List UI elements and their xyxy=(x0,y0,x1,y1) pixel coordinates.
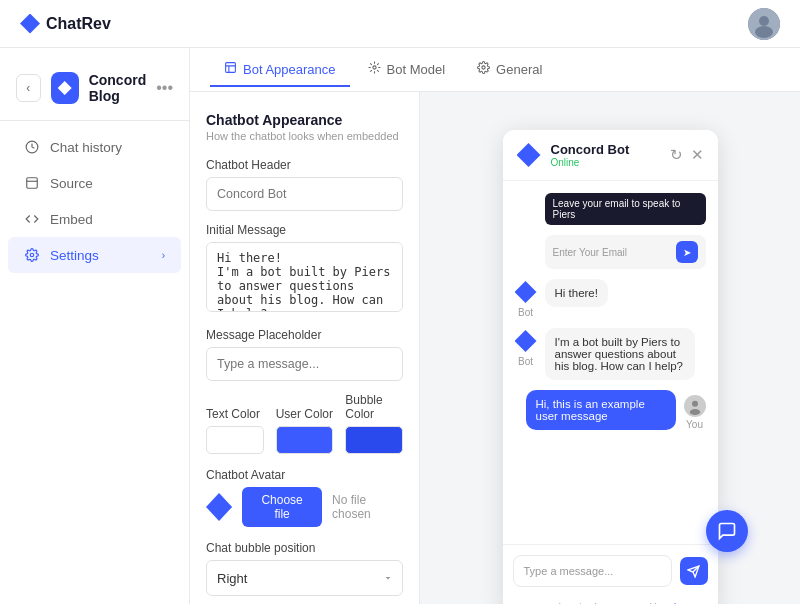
color-row: Text Color User Color Bubble Color xyxy=(206,393,403,454)
bot-message-icon-1 xyxy=(515,281,537,303)
chat-input-placeholder: Type a message... xyxy=(524,565,614,577)
bot-name: Concord Blog xyxy=(89,72,147,104)
svg-point-8 xyxy=(372,66,375,69)
bot-message-icon-2 xyxy=(515,330,537,352)
avatar-diamond-icon xyxy=(206,493,232,521)
sidebar-item-embed[interactable]: Embed xyxy=(8,201,181,237)
close-icon[interactable]: ✕ xyxy=(691,146,704,164)
user-color-label: User Color xyxy=(276,407,334,421)
svg-point-11 xyxy=(689,409,700,415)
bubble-color-swatch[interactable] xyxy=(345,426,403,454)
embed-icon xyxy=(24,211,40,227)
sidebar-item-chat-history-label: Chat history xyxy=(50,140,122,155)
app-logo: ChatRev xyxy=(20,14,111,34)
sidebar-item-embed-label: Embed xyxy=(50,212,93,227)
source-icon xyxy=(24,175,40,191)
refresh-icon[interactable]: ↻ xyxy=(670,146,683,164)
back-button[interactable]: ‹ xyxy=(16,74,41,102)
sidebar-header: ‹ Concord Blog ••• xyxy=(0,64,189,121)
chat-bubble-position-select[interactable]: Right Left xyxy=(206,560,403,596)
email-input-fake: Enter Your Email xyxy=(553,247,670,258)
message-bubble-user: Hi, this is an example user message xyxy=(526,390,676,430)
message-bubble-1: Hi there! xyxy=(545,279,608,307)
user-color-swatch[interactable] xyxy=(276,426,334,454)
tab-bot-appearance-label: Bot Appearance xyxy=(243,62,336,77)
email-tooltip: Leave your email to speak to Piers xyxy=(545,193,706,225)
svg-rect-7 xyxy=(226,63,236,73)
settings-arrow-icon: › xyxy=(162,250,165,261)
choose-file-button[interactable]: Choose file xyxy=(242,487,322,527)
you-label: You xyxy=(686,419,703,430)
top-nav: ChatRev xyxy=(0,0,800,48)
settings-icon xyxy=(24,247,40,263)
preview-bot-name: Concord Bot xyxy=(551,142,660,157)
bot-icon xyxy=(51,72,79,104)
chatbot-header-input[interactable] xyxy=(206,177,403,211)
user-avatar[interactable] xyxy=(748,8,780,40)
form-panel: Chatbot Appearance How the chatbot looks… xyxy=(190,92,420,604)
sidebar-item-source-label: Source xyxy=(50,176,93,191)
chat-history-icon xyxy=(24,139,40,155)
tab-bot-appearance[interactable]: Bot Appearance xyxy=(210,53,350,87)
bot-label-2: Bot xyxy=(518,356,533,367)
chat-window-preview: Concord Bot Online ↻ ✕ Leave your ema xyxy=(503,130,718,604)
email-send-button[interactable]: ➤ xyxy=(676,241,698,263)
text-color-label: Text Color xyxy=(206,407,264,421)
bot-diamond-icon xyxy=(58,81,72,95)
bot-model-tab-icon xyxy=(368,61,381,77)
svg-point-9 xyxy=(482,66,485,69)
svg-point-2 xyxy=(755,26,773,38)
message-placeholder-input[interactable] xyxy=(206,347,403,381)
preview-panel: Concord Bot Online ↻ ✕ Leave your ema xyxy=(420,92,800,604)
avatar-upload-row: Choose file No file chosen xyxy=(206,487,403,527)
sidebar-item-source[interactable]: Source xyxy=(8,165,181,201)
general-tab-icon xyxy=(477,61,490,77)
chat-messages: Leave your email to speak to Piers Enter… xyxy=(503,181,718,544)
chat-send-button[interactable] xyxy=(680,557,708,585)
chat-header-actions[interactable]: ↻ ✕ xyxy=(670,146,704,164)
message-bubble-2: I'm a bot built by Piers to answer quest… xyxy=(545,328,695,380)
sidebar-item-settings[interactable]: Settings › xyxy=(8,237,181,273)
tab-bot-model[interactable]: Bot Model xyxy=(354,53,460,87)
sub-nav: Bot Appearance Bot Model General xyxy=(190,48,800,92)
tab-bot-model-label: Bot Model xyxy=(387,62,446,77)
floating-chat-button[interactable] xyxy=(706,510,748,552)
form-title: Chatbot Appearance xyxy=(206,112,403,128)
bubble-color-field: Bubble Color xyxy=(345,393,403,454)
no-file-text: No file chosen xyxy=(332,493,403,521)
message-placeholder-label: Message Placeholder xyxy=(206,328,403,342)
sidebar: ‹ Concord Blog ••• Chat history Source E… xyxy=(0,48,190,604)
user-avatar-preview xyxy=(684,395,706,417)
bot-label-1: Bot xyxy=(518,307,533,318)
message-row-3: Hi, this is an example user message You xyxy=(515,390,706,430)
chat-diamond-icon xyxy=(517,143,541,167)
svg-rect-4 xyxy=(27,178,38,189)
initial-message-textarea[interactable]: Hi there! I'm a bot built by Piers to an… xyxy=(206,242,403,312)
text-color-field: Text Color xyxy=(206,407,264,454)
sidebar-item-chat-history[interactable]: Chat history xyxy=(8,129,181,165)
bot-appearance-tab-icon xyxy=(224,61,237,77)
user-color-field: User Color xyxy=(276,407,334,454)
tab-general[interactable]: General xyxy=(463,53,556,87)
chat-window-header: Concord Bot Online ↻ ✕ xyxy=(503,130,718,181)
more-button[interactable]: ••• xyxy=(156,79,173,97)
bubble-color-label: Bubble Color xyxy=(345,393,403,421)
chat-powered-by: AI can make mistakes. Powered by ChatRev xyxy=(503,597,718,604)
text-color-swatch[interactable] xyxy=(206,426,264,454)
app-name: ChatRev xyxy=(46,15,111,33)
avatar-section: Chatbot Avatar Choose file No file chose… xyxy=(206,468,403,527)
initial-message-label: Initial Message xyxy=(206,223,403,237)
content-area: Bot Appearance Bot Model General Chatbot… xyxy=(190,48,800,604)
logo-diamond-icon xyxy=(20,14,40,34)
chat-input-fake[interactable]: Type a message... xyxy=(513,555,672,587)
preview-bot-status: Online xyxy=(551,157,660,168)
message-row-1: Bot Hi there! xyxy=(515,279,706,318)
email-input-row: Enter Your Email ➤ xyxy=(545,235,706,269)
svg-point-10 xyxy=(692,401,698,407)
chat-input-area: Type a message... xyxy=(503,544,718,597)
main-layout: ‹ Concord Blog ••• Chat history Source E… xyxy=(0,48,800,604)
chat-header-info: Concord Bot Online xyxy=(551,142,660,168)
two-col-layout: Chatbot Appearance How the chatbot looks… xyxy=(190,92,800,604)
chatbot-header-label: Chatbot Header xyxy=(206,158,403,172)
message-row-2: Bot I'm a bot built by Piers to answer q… xyxy=(515,328,706,380)
